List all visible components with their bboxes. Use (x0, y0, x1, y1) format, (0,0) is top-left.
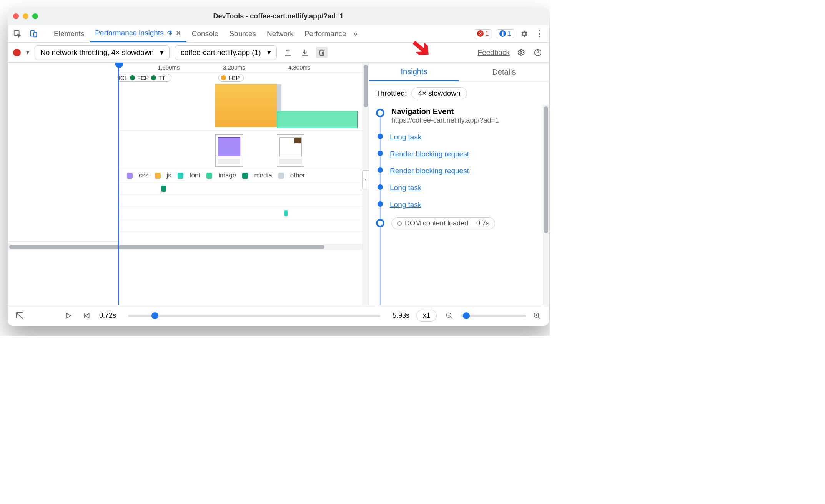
main-tabs: Elements Performance insights ⚗ ✕ Consol… (8, 25, 549, 43)
insight-navigation-event[interactable]: Navigation Eventhttps://coffee-cart.netl… (376, 107, 543, 124)
recording-select[interactable]: coffee-cart.netlify.app (1)▾ (175, 45, 276, 60)
export-icon[interactable] (282, 47, 294, 58)
tab-performance-insights[interactable]: Performance insights ⚗ ✕ (90, 25, 186, 42)
record-button[interactable] (13, 49, 21, 56)
empty-preview-region (8, 63, 119, 242)
tabs-overflow[interactable]: » (353, 29, 358, 38)
insight-dcl[interactable]: DOM content loaded 0.7s (376, 217, 543, 229)
marker-lcp[interactable]: LCP (218, 74, 244, 82)
zoom-in-icon[interactable] (531, 310, 543, 322)
feedback-link[interactable]: Feedback (478, 48, 510, 57)
subtab-details[interactable]: Details (459, 63, 549, 81)
screenshot-thumb[interactable] (215, 134, 243, 167)
settings-gear-icon[interactable] (518, 28, 530, 40)
insight-item[interactable]: Render blocking request (376, 150, 543, 158)
help-icon[interactable] (532, 47, 544, 58)
timeline-panel: 0ms 1,600ms 3,200ms 4,800ms DCL FCP TTI … (8, 63, 369, 305)
tab-console[interactable]: Console (186, 25, 224, 42)
insight-item[interactable]: Long task (376, 184, 543, 192)
playback-footer: 0.72s 5.93s x1 (8, 305, 549, 326)
insights-panel: Insights Details Throttled: 4× slowdown … (369, 63, 549, 305)
throttle-indicator: Throttled: 4× slowdown (369, 82, 549, 105)
insight-item[interactable]: Render blocking request (376, 167, 543, 175)
playback-speed[interactable]: x1 (416, 310, 437, 322)
experiment-icon: ⚗ (167, 29, 173, 37)
subtab-insights[interactable]: Insights (369, 63, 459, 81)
seek-slider[interactable] (128, 315, 380, 317)
device-toggle-icon[interactable] (28, 28, 39, 40)
delete-icon[interactable] (316, 47, 328, 58)
record-options-dropdown[interactable]: ▾ (26, 49, 29, 56)
current-time: 0.72s (99, 312, 116, 320)
window-title: DevTools - coffee-cart.netlify.app/?ad=1 (8, 12, 549, 20)
tab-elements[interactable]: Elements (48, 25, 90, 42)
toggle-visibility-icon[interactable] (14, 310, 25, 322)
zoom-out-icon[interactable] (444, 310, 455, 322)
insights-scrollbar[interactable] (543, 105, 549, 305)
message-count-badge[interactable]: ❚1 (496, 29, 514, 38)
main-content: 0ms 1,600ms 3,200ms 4,800ms DCL FCP TTI … (8, 63, 549, 305)
panel-expand-handle[interactable]: › (362, 170, 369, 189)
tab-sources[interactable]: Sources (224, 25, 261, 42)
title-bar: DevTools - coffee-cart.netlify.app/?ad=1 (8, 8, 549, 25)
play-icon[interactable] (62, 310, 74, 322)
tab-performance[interactable]: Performance (299, 25, 352, 42)
insights-list: Navigation Eventhttps://coffee-cart.netl… (369, 105, 549, 305)
insights-toolbar: ▾ No network throttling, 4× slowdown▾ co… (8, 43, 549, 63)
horizontal-scrollbar[interactable] (8, 244, 369, 250)
import-icon[interactable] (299, 47, 311, 58)
tab-close-icon[interactable]: ✕ (176, 29, 181, 37)
total-time: 5.93s (393, 312, 409, 320)
panel-settings-icon[interactable] (515, 47, 527, 58)
insight-item[interactable]: Long task (376, 133, 543, 141)
rewind-icon[interactable] (81, 310, 92, 322)
error-count-badge[interactable]: ✕1 (474, 29, 492, 38)
zoom-slider[interactable] (461, 315, 526, 317)
inspect-icon[interactable] (12, 28, 23, 40)
svg-point-3 (520, 51, 522, 54)
playhead[interactable] (118, 63, 119, 305)
svg-rect-2 (34, 32, 37, 37)
insight-item[interactable]: Long task (376, 201, 543, 209)
throttle-value-pill[interactable]: 4× slowdown (411, 87, 467, 99)
screenshot-thumb[interactable] (277, 134, 304, 167)
devtools-window: DevTools - coffee-cart.netlify.app/?ad=1… (8, 8, 549, 326)
kebab-menu-icon[interactable]: ⋮ (534, 28, 545, 40)
throttling-select[interactable]: No network throttling, 4× slowdown▾ (35, 45, 170, 60)
tab-network[interactable]: Network (261, 25, 299, 42)
